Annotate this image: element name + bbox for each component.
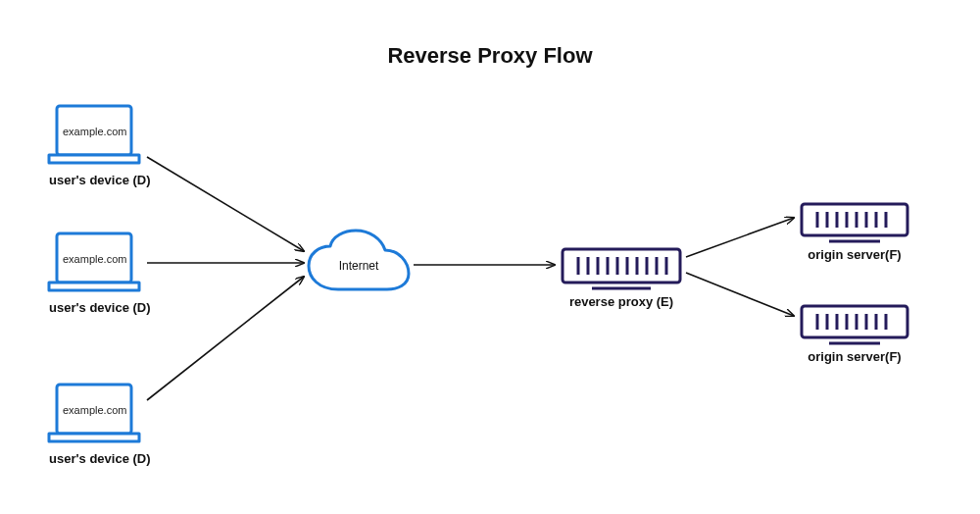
cloud-icon: Internet bbox=[309, 231, 409, 289]
laptop-screen-text: example.com bbox=[63, 126, 126, 137]
laptop-icon: example.com bbox=[49, 106, 139, 163]
arrow-proxy-to-server bbox=[686, 218, 794, 257]
laptop-icon: example.com bbox=[49, 385, 139, 441]
arrow-device-to-cloud bbox=[147, 277, 304, 400]
cloud-label: Internet bbox=[339, 259, 379, 273]
device-label: user's device (D) bbox=[49, 173, 147, 187]
server-label: origin server(F) bbox=[802, 247, 907, 262]
laptop-icon: example.com bbox=[49, 233, 139, 290]
arrows bbox=[147, 157, 794, 400]
arrow-device-to-cloud bbox=[147, 157, 304, 251]
laptop-screen-text: example.com bbox=[63, 253, 126, 265]
proxy-rack-icon bbox=[563, 249, 680, 288]
device-label: user's device (D) bbox=[49, 300, 147, 315]
device-label: user's device (D) bbox=[49, 451, 147, 466]
svg-rect-3 bbox=[563, 249, 680, 283]
proxy-label: reverse proxy (E) bbox=[563, 294, 680, 309]
origin-server-icon bbox=[802, 306, 907, 343]
arrow-proxy-to-server bbox=[686, 273, 794, 316]
laptop-screen-text: example.com bbox=[63, 404, 126, 416]
origin-server-icon bbox=[802, 204, 907, 241]
server-label: origin server(F) bbox=[802, 349, 907, 364]
